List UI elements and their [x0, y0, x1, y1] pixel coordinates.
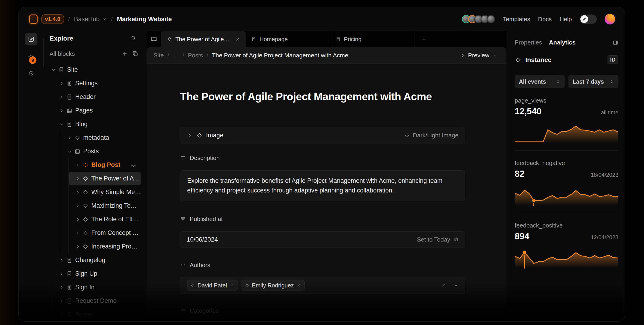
tab-analytics[interactable]: Analytics: [549, 39, 576, 46]
metric-caption: 12/04/2023: [591, 234, 618, 241]
metric-page-views: page_views 12,540 all time: [515, 97, 618, 151]
authors-label: Authors: [180, 262, 465, 269]
chevron-down-icon[interactable]: [66, 148, 72, 154]
close-tab-icon[interactable]: [235, 37, 240, 42]
author-chip[interactable]: Emily Rodriguez: [241, 280, 305, 291]
chevron-right-icon[interactable]: [75, 230, 81, 236]
dark-light-image-action[interactable]: Dark/Light Image: [404, 132, 458, 139]
chevron-down-icon[interactable]: [50, 67, 56, 73]
breadcrumb: Site / … / Posts / The Power of Agile Pr…: [154, 52, 348, 59]
analytics-panel: Properties Analytics Instance ID All eve…: [506, 31, 625, 321]
chevron-right-icon[interactable]: [58, 271, 64, 277]
org-switcher[interactable]: BaseHub: [74, 16, 107, 23]
tree-item-settings[interactable]: Settings: [44, 76, 146, 90]
tab-pricing[interactable]: Pricing: [330, 31, 414, 47]
tree-item-pages[interactable]: Pages: [44, 104, 146, 117]
tree-item-why-simple[interactable]: Why Simple Me…: [44, 185, 146, 199]
calendar-icon: [454, 237, 458, 242]
tree-item-the-power-of-agile[interactable]: The Power of A…: [69, 172, 141, 185]
user-avatar[interactable]: [604, 14, 615, 24]
tree-item-sign-in[interactable]: Sign In: [44, 280, 146, 294]
chevron-right-icon[interactable]: [58, 94, 64, 100]
add-block-icon[interactable]: [122, 51, 128, 57]
tree-item-posts[interactable]: Posts: [44, 144, 146, 158]
published-date-input[interactable]: 10/06/2024 Set to Today: [180, 232, 465, 248]
description-label: Description: [180, 154, 465, 162]
tree-item-blog[interactable]: Blog: [44, 117, 146, 131]
authors-field[interactable]: David Patel Emily Rodriguez: [180, 277, 465, 294]
editor-mode-button[interactable]: [25, 33, 37, 46]
tree-item-from-concept[interactable]: From Concept …: [44, 226, 146, 240]
chevron-down-icon: [492, 53, 497, 58]
component-icon: [404, 133, 410, 138]
tree-item-maximizing[interactable]: Maximizing Te…: [44, 199, 146, 212]
tree-item-blog-post[interactable]: Blog Post: [44, 158, 146, 172]
remove-chip-icon[interactable]: [297, 283, 301, 288]
chevron-right-icon[interactable]: [75, 216, 81, 222]
reader-view-button[interactable]: [146, 31, 162, 47]
tree-item-increasing[interactable]: Increasing Pro…: [44, 240, 146, 253]
tree-item-footer[interactable]: Footer: [44, 308, 146, 321]
link-icon: [180, 262, 186, 268]
avatar[interactable]: [487, 15, 495, 23]
chevron-right-icon[interactable]: [75, 162, 81, 168]
chevron-right-icon[interactable]: [187, 132, 193, 138]
basehub-logo[interactable]: [29, 14, 38, 24]
diamond-icon: [82, 216, 88, 222]
event-filter-select[interactable]: All events: [515, 75, 565, 88]
chevron-right-icon[interactable]: [66, 135, 72, 141]
tab-the-power-of-agile[interactable]: The Power of Agile…: [162, 31, 246, 47]
description-input[interactable]: Explore the transformative benefits of A…: [180, 170, 465, 201]
docs-link[interactable]: Docs: [538, 16, 552, 23]
chevron-right-icon[interactable]: [58, 284, 64, 290]
clear-field-icon[interactable]: [442, 283, 446, 288]
chevron-right-icon[interactable]: [75, 176, 81, 182]
tree-item-role-of[interactable]: The Role of Eff…: [44, 212, 146, 226]
post-title[interactable]: The Power of Agile Project Management wi…: [180, 90, 465, 103]
chevron-right-icon[interactable]: [75, 203, 81, 209]
copy-id-button[interactable]: ID: [607, 55, 618, 64]
image-block[interactable]: Image Dark/Light Image: [180, 127, 465, 144]
new-tab-button[interactable]: [414, 31, 433, 47]
set-to-today-button[interactable]: Set to Today: [417, 236, 458, 243]
chevron-down-icon[interactable]: [58, 121, 64, 127]
preview-button[interactable]: Preview: [460, 52, 497, 59]
collapse-all-icon[interactable]: [132, 51, 138, 57]
chevron-right-icon[interactable]: [75, 189, 81, 195]
author-chip[interactable]: David Patel: [187, 280, 238, 291]
breadcrumb-root[interactable]: Site: [154, 52, 164, 59]
explore-sidebar: Explore All blocks Site Settings Header …: [44, 31, 146, 321]
pending-changes-button[interactable]: 9: [28, 53, 34, 60]
project-title[interactable]: Marketing Website: [117, 16, 172, 23]
tab-properties[interactable]: Properties: [515, 39, 542, 46]
search-button[interactable]: [130, 35, 136, 42]
chevron-right-icon[interactable]: [58, 257, 64, 263]
chevron-right-icon[interactable]: [58, 80, 64, 86]
tree-item-site[interactable]: Site: [44, 63, 146, 76]
history-icon: [28, 70, 34, 77]
templates-link[interactable]: Templates: [503, 16, 530, 23]
breadcrumb-ellipsis[interactable]: …: [173, 52, 179, 59]
app-window: v1.4.0 / BaseHub / Marketing Website Tem…: [18, 7, 625, 322]
chevron-down-icon[interactable]: [454, 283, 458, 288]
help-link[interactable]: Help: [560, 16, 572, 23]
chevron-right-icon[interactable]: [58, 298, 64, 304]
chevron-right-icon[interactable]: [58, 108, 64, 114]
panel-toggle-icon[interactable]: [612, 40, 618, 46]
breadcrumb-parent[interactable]: Posts: [188, 52, 203, 59]
tree-item-sign-up[interactable]: Sign Up: [44, 267, 146, 280]
range-filter-select[interactable]: Last 7 days: [568, 75, 618, 88]
edit-mode-toggle[interactable]: [580, 14, 597, 24]
chevron-right-icon[interactable]: [75, 244, 81, 250]
chevron-right-icon[interactable]: [58, 312, 64, 318]
diamond-icon: [245, 283, 249, 288]
remove-chip-icon[interactable]: [230, 283, 234, 288]
table-icon: [74, 148, 80, 154]
tree-item-changelog[interactable]: Changelog: [44, 253, 146, 267]
tree-item-metadata[interactable]: metadata: [44, 131, 146, 144]
tab-homepage[interactable]: Homepage: [246, 31, 330, 47]
tree-item-header[interactable]: Header: [44, 90, 146, 104]
history-button[interactable]: [28, 70, 34, 78]
document-icon: [66, 284, 72, 290]
tree-item-request-demo[interactable]: Request Demo: [44, 294, 146, 308]
